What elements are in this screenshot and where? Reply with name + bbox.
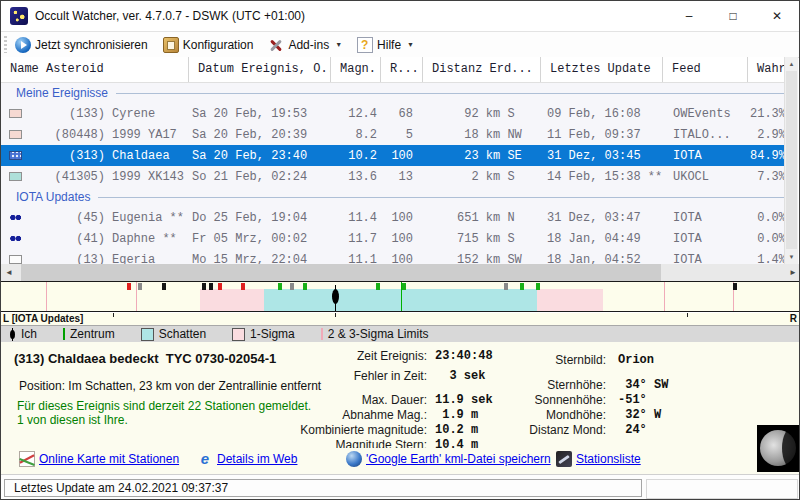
app-icon: [10, 7, 28, 25]
column-header-4[interactable]: R...: [381, 57, 423, 82]
vertical-scrollbar[interactable]: ▲ ▼: [784, 57, 798, 264]
ie-icon: [197, 451, 213, 467]
event-date-cell: Sa 20 Feb, 19:53: [189, 107, 331, 121]
section-label: Meine Ereignisse: [16, 86, 108, 100]
table-row[interactable]: (313)ChaldaeaSa 20 Feb, 23:4010.2100 23 …: [1, 145, 788, 166]
toolbar-button-hilfe[interactable]: Hilfe▼: [353, 35, 421, 55]
station-tick-green: [536, 283, 540, 290]
asteroid-name-cell: 1999 YA17: [105, 128, 189, 142]
detail-row: Mondhöhe: 32° W: [486, 408, 606, 422]
detail-value: 32° W: [618, 408, 728, 422]
event-status-icon-dots: [9, 234, 22, 243]
detail-label: Sternhöhe:: [547, 378, 606, 392]
scroll-up-icon[interactable]: ▲: [785, 57, 798, 71]
detail-row: Sonnenhöhe:-51°: [486, 393, 606, 407]
maximize-button[interactable]: □: [711, 1, 755, 31]
last-update-cell: 18 Jan, 04:52: [541, 253, 663, 265]
station-tick-gray: [290, 283, 294, 290]
magnitude-cell: 10.2: [331, 149, 381, 163]
feed-cell: IOTA: [663, 211, 748, 225]
link-map[interactable]: Online Karte mit Stationen: [19, 451, 179, 467]
stations-icon: [556, 451, 572, 467]
hyperlink[interactable]: Details im Web: [217, 452, 297, 466]
toolbar-button-add-ins[interactable]: Add-ins▼: [264, 35, 349, 55]
column-header-3[interactable]: Magn.: [331, 57, 381, 82]
link-ie[interactable]: Details im Web: [197, 451, 297, 467]
station-tick-gray: [138, 283, 142, 290]
distance-cell: 2 km S: [423, 170, 541, 184]
horizontal-scrollbar[interactable]: ◄ ►: [1, 264, 800, 281]
table-row[interactable]: (13)EgeriaMo 15 Mrz, 22:0411.1100152 km …: [1, 249, 788, 264]
hyperlink[interactable]: Stationsliste: [576, 452, 641, 466]
column-header-6[interactable]: Letztes Update: [541, 57, 663, 82]
probability-cell: 21.3%: [748, 107, 788, 121]
column-header-2[interactable]: Datum Ereignis, O...: [189, 57, 331, 82]
sigma-limit-line: [46, 282, 47, 311]
horizontal-scroll-thumb[interactable]: [21, 264, 661, 281]
probability-cell: 84.9%: [748, 149, 788, 163]
scroll-left-icon[interactable]: ◄: [1, 264, 17, 281]
link-earth[interactable]: 'Google Earth' kml-Datei speichern: [346, 451, 551, 467]
title-bar[interactable]: Occult Watcher, ver. 4.7.0.7 - DSWK (UTC…: [1, 1, 799, 32]
station-tick-green: [376, 283, 380, 290]
magnitude-cell: 12.4: [331, 107, 381, 121]
table-row[interactable]: (80448)1999 YA17Sa 20 Feb, 20:398.25 18 …: [1, 124, 788, 145]
station-tick-green: [520, 283, 524, 290]
feed-cell: UKOCL: [663, 170, 748, 184]
column-header-8[interactable]: Wahr.: [748, 57, 788, 82]
distance-cell: 23 km SE: [423, 149, 541, 163]
column-header-1[interactable]: Name Asteroid: [1, 57, 189, 82]
table-row[interactable]: (133)CyreneSa 20 Feb, 19:5312.468 92 km …: [1, 103, 788, 124]
status-bar-spacer: [646, 479, 798, 499]
magnitude-cell: 13.6: [331, 170, 381, 184]
minimize-button[interactable]: –: [667, 1, 711, 31]
link-stations[interactable]: Stationsliste: [556, 451, 641, 467]
table-row[interactable]: (41305)1999 XK143So 21 Feb, 02:2413.613 …: [1, 166, 788, 187]
scroll-right-icon[interactable]: ►: [785, 264, 800, 281]
feed-cell: OWEvents: [663, 107, 748, 121]
moon-phase-image: [757, 425, 799, 472]
asteroid-number-cell: (45): [29, 211, 105, 225]
legend-label: Schatten: [159, 327, 206, 341]
toolbar-button-jetzt-synchronisieren[interactable]: Jetzt synchronisieren: [11, 35, 155, 55]
sigma-limit-line: [664, 282, 665, 311]
your-station-text: 1 von diesen ist Ihre.: [17, 413, 128, 427]
detail-value: -51°: [618, 393, 728, 407]
feed-cell: ITALO...: [663, 128, 748, 142]
table-row[interactable]: (41)Daphne **Fr 05 Mrz, 00:0211.7100715 …: [1, 228, 788, 249]
event-status-icon-dots: [9, 213, 22, 222]
vertical-scroll-thumb[interactable]: [786, 71, 797, 249]
rank-cell: 5: [381, 128, 423, 142]
detail-row: Abnahme Mag.: 1.9 m: [227, 408, 427, 422]
event-date-cell: Do 25 Feb, 19:04: [189, 211, 331, 225]
close-button[interactable]: ✕: [755, 1, 799, 31]
toolbar-grip[interactable]: [4, 36, 7, 53]
rank-cell: 100: [381, 253, 423, 265]
column-header-5[interactable]: Distanz Erd...: [423, 57, 541, 82]
scroll-down-icon[interactable]: ▼: [785, 250, 798, 264]
hyperlink[interactable]: 'Google Earth' kml-Datei speichern: [366, 452, 551, 466]
path-axis-strip: L [IOTA Updates] R: [1, 313, 800, 325]
event-status-icon-cyan: [9, 172, 22, 181]
detail-label: Max. Dauer:: [362, 393, 427, 407]
event-status-icon-pink: [9, 130, 22, 139]
chevron-down-icon: ▼: [407, 41, 414, 48]
event-status-cell: [1, 234, 29, 243]
toolbar-button-konfiguration[interactable]: Konfiguration: [159, 35, 261, 55]
axis-left-label: L [IOTA Updates]: [3, 313, 83, 324]
column-header-7[interactable]: Feed: [663, 57, 748, 82]
cyan-box-icon: [141, 328, 154, 341]
station-tick-green: [303, 283, 307, 290]
feed-cell: IOTA: [663, 149, 748, 163]
table-row[interactable]: (45)Eugenia **Do 25 Feb, 19:0411.4100651…: [1, 207, 788, 228]
event-status-cell: [1, 109, 29, 118]
chevron-down-icon: ▼: [335, 41, 342, 48]
event-status-cell: [1, 130, 29, 139]
last-update-cell: 14 Feb, 15:38 **: [541, 170, 663, 184]
feed-cell: IOTA: [663, 232, 748, 246]
hyperlink[interactable]: Online Karte mit Stationen: [39, 452, 179, 466]
event-status-cell: [1, 213, 29, 222]
probability-cell: 0.0%: [748, 211, 788, 225]
legend-label: Ich: [21, 327, 37, 341]
station-tick-red: [127, 283, 131, 290]
